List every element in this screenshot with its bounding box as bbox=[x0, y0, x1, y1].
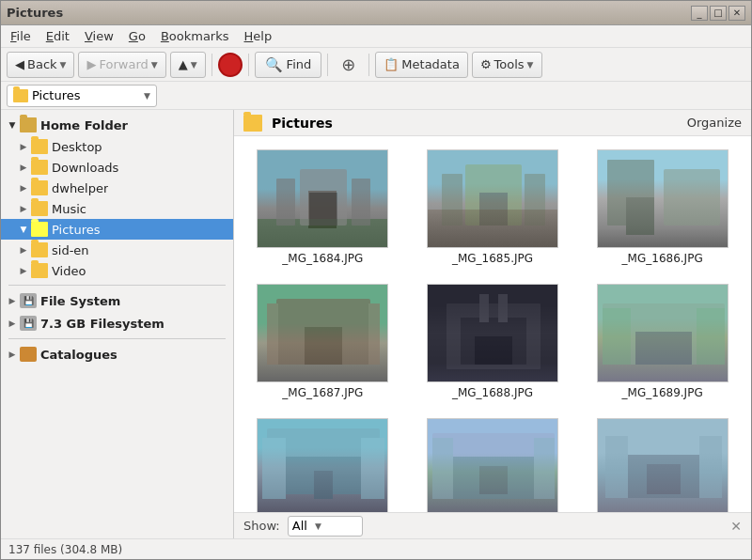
svg-rect-2 bbox=[276, 179, 295, 226]
svg-rect-20 bbox=[498, 294, 508, 322]
forward-arrow-icon: ▶ bbox=[86, 57, 96, 71]
sidebar-item-gbfilesystem[interactable]: ▶ 💾 7.3 GB Filesystem bbox=[1, 312, 233, 334]
file-item-mg1690[interactable]: MG_1690.JPG bbox=[243, 414, 402, 512]
svg-rect-27 bbox=[262, 438, 286, 499]
forward-dropdown-arrow[interactable]: ▼ bbox=[151, 60, 158, 70]
svg-rect-38 bbox=[699, 436, 722, 498]
forward-button[interactable]: ▶ Forward ▼ bbox=[78, 52, 165, 78]
file-item-mg1685[interactable]: _MG_1685.JPG bbox=[414, 146, 572, 269]
svg-rect-39 bbox=[647, 464, 681, 494]
menu-edit[interactable]: Edit bbox=[40, 27, 75, 45]
find-button[interactable]: 🔍 Find bbox=[255, 52, 322, 78]
svg-rect-29 bbox=[314, 471, 333, 499]
thumbnail-mg1690 bbox=[257, 418, 388, 512]
menu-bookmarks[interactable]: Bookmarks bbox=[155, 27, 235, 45]
back-button[interactable]: ◀ Back ▼ bbox=[7, 52, 74, 78]
sidebar-item-filesystem[interactable]: ▶ 💾 File System bbox=[1, 289, 233, 312]
up-button[interactable]: ▲ ▼ bbox=[170, 52, 206, 78]
sidebar-item-video[interactable]: ▶ Video bbox=[1, 260, 233, 281]
menu-view[interactable]: View bbox=[79, 27, 119, 45]
svg-rect-12 bbox=[305, 327, 342, 365]
tools-label: Tools bbox=[494, 57, 525, 71]
menu-help[interactable]: Help bbox=[239, 27, 278, 45]
thumbnail-mg1689 bbox=[597, 284, 728, 382]
reload-icon: ⊕ bbox=[341, 54, 355, 74]
file-label-mg1687: _MG_1687.JPG bbox=[282, 386, 363, 399]
menu-go[interactable]: Go bbox=[123, 27, 151, 45]
menu-bar: File Edit View Go Bookmarks Help bbox=[1, 25, 751, 48]
tools-button[interactable]: ⚙ Tools ▼ bbox=[472, 52, 542, 78]
file-item-mg1687[interactable]: _MG_1687.JPG bbox=[243, 280, 402, 403]
sidebar-label-home: Home Folder bbox=[40, 118, 128, 132]
toolbar-separator-1 bbox=[212, 54, 212, 76]
main-window: Pictures _ □ ✕ File Edit View Go Bookmar… bbox=[0, 0, 752, 560]
svg-rect-13 bbox=[267, 303, 278, 365]
menu-file[interactable]: File bbox=[5, 27, 37, 45]
svg-rect-18 bbox=[475, 336, 512, 365]
file-item-mg1686[interactable]: _MG_1686.JPG bbox=[583, 146, 742, 269]
location-dropdown[interactable]: Pictures ▼ bbox=[7, 85, 157, 107]
right-panel: Pictures Organize bbox=[234, 110, 751, 538]
metadata-label: Metadata bbox=[401, 57, 460, 71]
music-folder-icon bbox=[31, 201, 48, 216]
sidebar-label-downloads: Downloads bbox=[52, 161, 118, 175]
svg-rect-3 bbox=[352, 179, 370, 226]
gbfilesystem-hdd-icon: 💾 bbox=[20, 316, 37, 331]
show-label: Show: bbox=[243, 519, 280, 533]
file-item-mg1689[interactable]: _MG_1689.JPG bbox=[583, 280, 742, 403]
minimize-button[interactable]: _ bbox=[691, 6, 708, 21]
close-bottom-icon[interactable]: ✕ bbox=[730, 519, 742, 534]
sidebar-label-catalogues: Catalogues bbox=[40, 348, 118, 362]
sidebar-item-music[interactable]: ▶ Music bbox=[1, 198, 233, 219]
svg-rect-19 bbox=[479, 294, 489, 322]
catalogues-icon bbox=[20, 347, 37, 362]
up-dropdown-arrow[interactable]: ▼ bbox=[191, 60, 197, 70]
location-folder-icon bbox=[13, 89, 28, 102]
maximize-button[interactable]: □ bbox=[710, 6, 727, 21]
close-button[interactable]: ✕ bbox=[728, 6, 745, 21]
file-grid: _MG_1684.JPG _MG_1685.JPG bbox=[234, 136, 751, 512]
location-arrow-icon: ▼ bbox=[144, 91, 150, 101]
expand-icon: ▼ bbox=[5, 117, 20, 132]
record-button[interactable] bbox=[218, 53, 243, 77]
sidebar-item-desktop[interactable]: ▶ Desktop bbox=[1, 136, 233, 157]
expand-icon: ▶ bbox=[5, 316, 20, 331]
sidebar-item-dwhelper[interactable]: ▶ dwhelper bbox=[1, 178, 233, 198]
thumbnail-mg1687 bbox=[257, 284, 388, 382]
window-controls: _ □ ✕ bbox=[691, 6, 745, 21]
sidebar-divider-2 bbox=[8, 338, 226, 339]
svg-rect-14 bbox=[368, 303, 380, 365]
toolbar-separator-2 bbox=[248, 54, 249, 76]
sidebar-label-pictures: Pictures bbox=[52, 223, 100, 237]
back-dropdown-arrow[interactable]: ▼ bbox=[60, 60, 67, 70]
metadata-button[interactable]: 📋 Metadata bbox=[375, 52, 468, 78]
file-item-mg1688[interactable]: _MG_1688.JPG bbox=[414, 280, 572, 403]
bottom-bar: Show: All ▼ ✕ bbox=[234, 512, 751, 538]
right-title-area: Pictures bbox=[243, 115, 333, 132]
metadata-icon: 📋 bbox=[384, 57, 399, 71]
file-item-mg1691[interactable]: MG_1691.JPG bbox=[414, 414, 572, 512]
expand-icon: ▶ bbox=[16, 242, 31, 257]
file-item-mg1692[interactable]: MG_1692.JPG bbox=[583, 414, 742, 512]
file-label-mg1685: _MG_1685.JPG bbox=[452, 252, 533, 265]
tools-icon: ⚙ bbox=[480, 57, 492, 71]
right-header: Pictures Organize bbox=[234, 110, 751, 136]
svg-rect-33 bbox=[534, 438, 555, 499]
sidebar-item-home[interactable]: ▼ Home Folder bbox=[1, 114, 233, 136]
video-folder-icon bbox=[31, 263, 48, 278]
file-label-mg1689: _MG_1689.JPG bbox=[622, 386, 703, 399]
file-item-mg1684[interactable]: _MG_1684.JPG bbox=[243, 146, 402, 269]
sidebar-item-catalogues[interactable]: ▶ Catalogues bbox=[1, 343, 233, 366]
siden-folder-icon bbox=[31, 242, 48, 257]
organize-button[interactable]: Organize bbox=[687, 116, 742, 130]
sidebar-item-siden[interactable]: ▶ sid-en bbox=[1, 240, 233, 260]
sidebar-item-downloads[interactable]: ▶ Downloads bbox=[1, 157, 233, 178]
tools-dropdown-arrow[interactable]: ▼ bbox=[527, 60, 534, 70]
right-panel-title: Pictures bbox=[272, 116, 333, 131]
show-select[interactable]: All ▼ bbox=[288, 516, 363, 537]
reload-button[interactable]: ⊕ bbox=[334, 52, 363, 78]
toolbar: ◀ Back ▼ ▶ Forward ▼ ▲ ▼ 🔍 Find ⊕ bbox=[1, 48, 751, 82]
location-text: Pictures bbox=[32, 88, 80, 102]
sidebar-item-pictures[interactable]: ▼ Pictures bbox=[1, 219, 233, 240]
svg-rect-10 bbox=[664, 169, 720, 226]
